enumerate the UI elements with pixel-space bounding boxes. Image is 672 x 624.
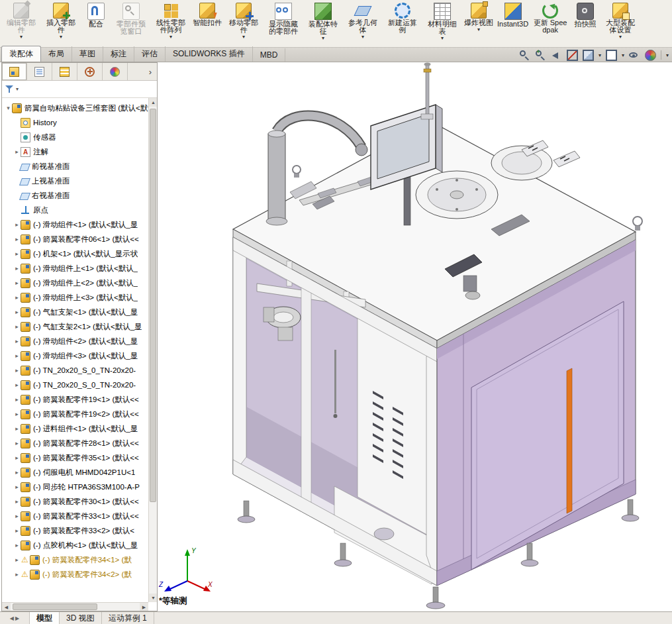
dropdown-caret-icon[interactable]: ▾ xyxy=(622,52,624,58)
toolbar-button-new-motion-study[interactable]: 新建运算例 xyxy=(383,1,422,34)
hud-more-caret-icon[interactable]: ▾ xyxy=(666,52,669,58)
tab-model[interactable]: 模型 xyxy=(30,612,60,624)
expand-arrow-icon[interactable]: ▸ xyxy=(13,367,21,374)
scrollbar-thumb[interactable] xyxy=(13,603,97,610)
tree-item[interactable]: ▸(-) 滑动组件上<3> (默认<默认_ xyxy=(2,290,148,305)
expand-arrow-icon[interactable]: ▸ xyxy=(13,250,21,257)
tree-item[interactable]: ▸⚠(-) 箭翼装配零件34<2> (默 xyxy=(2,567,148,582)
tree-item[interactable]: ▸(-) 气缸支架2<1> (默认<默认_显 xyxy=(2,319,148,334)
toolbar-button-take-snapshot[interactable]: 拍快照 xyxy=(570,1,600,28)
toolbar-button-linear-pattern[interactable]: 线性零部件阵列▾ xyxy=(151,1,191,40)
tree-item-root[interactable]: ▾箭翼自动粘贴设备三维套图 (默认<默认_显示状 xyxy=(2,101,148,115)
expand-arrow-icon[interactable]: ▸ xyxy=(13,513,21,519)
display-style-icon[interactable] xyxy=(606,50,617,61)
tree-item[interactable]: ▸(-) TN_20x20_S_0_TN-20x20- xyxy=(2,378,148,392)
tree-item[interactable]: ▸(-) 机架<1> (默认<默认_显示状 xyxy=(2,246,148,261)
expand-arrow-icon[interactable]: ▸ xyxy=(13,309,21,315)
expand-arrow-icon[interactable]: ▸ xyxy=(13,221,21,228)
tab-featuremanager-tree[interactable] xyxy=(2,63,27,80)
tree-item[interactable]: ▸(-) 箭翼装配零件33<2> (默认< xyxy=(2,523,148,538)
expand-arrow-icon[interactable]: ▸ xyxy=(13,280,21,286)
tree-item[interactable]: ▸(-) 伺服电机 MHMD042P1U<1 xyxy=(2,465,148,480)
toolbar-button-update-speedpak[interactable]: 更新 Speedpak xyxy=(530,1,570,34)
tree-item[interactable]: ▸(-) TN_20x20_S_0_TN-20x20- xyxy=(2,363,148,378)
tree-vertical-scrollbar[interactable]: ▲ ▼ xyxy=(148,98,157,602)
section-view-icon[interactable] xyxy=(567,50,578,61)
tree-item[interactable]: ▸(-) 滑动组件<2> (默认<默认_显 xyxy=(2,334,148,348)
previous-view-icon[interactable] xyxy=(551,50,562,61)
toolbar-button-edit-component[interactable]: 编辑零部件▾ xyxy=(1,1,41,40)
filter-funnel-icon[interactable] xyxy=(5,84,15,94)
tab-annotation[interactable]: 标注 xyxy=(103,46,134,62)
toolbar-button-instant3d[interactable]: Instant3D xyxy=(495,1,530,28)
tree-horizontal-scrollbar[interactable]: ◀ ▶ xyxy=(2,602,148,611)
toolbar-button-show-hidden-components[interactable]: 显示隐藏的零部件 xyxy=(264,1,303,35)
view-orientation-icon[interactable] xyxy=(583,50,594,61)
tab-displaymanager[interactable] xyxy=(103,63,128,80)
expand-arrow-icon[interactable]: ▸ xyxy=(13,148,21,155)
expand-arrow-icon[interactable]: ▸ xyxy=(13,411,21,417)
toolbar-button-insert-component[interactable]: 插入零部件▾ xyxy=(41,1,81,40)
scroll-down-arrow[interactable]: ▼ xyxy=(149,594,157,602)
tab-motion-study-1[interactable]: 运动算例 1 xyxy=(102,612,154,624)
tree-item[interactable]: ▸A注解 xyxy=(2,144,148,159)
tree-item[interactable]: ▸(-) 滑动组件<1> (默认<默认_显 xyxy=(2,217,148,232)
tab-sketch[interactable]: 草图 xyxy=(72,46,103,62)
zoom-to-fit-icon[interactable] xyxy=(519,50,530,61)
tree-item[interactable]: 前视基准面 xyxy=(2,159,148,174)
expand-arrow-icon[interactable]: ▸ xyxy=(13,484,21,490)
tree-item[interactable]: History xyxy=(2,115,148,130)
panel-collapse-arrow[interactable]: › xyxy=(144,63,157,80)
toolbar-button-large-assembly-settings[interactable]: 大型装配体设置▾ xyxy=(600,1,640,40)
tree-item[interactable]: ▸(-) 同步轮 HTPA36S3M100-A-P xyxy=(2,480,148,494)
tab-evaluate[interactable]: 评估 xyxy=(134,46,166,62)
toolbar-button-bill-of-materials[interactable]: 材料明细表▾ xyxy=(422,1,462,41)
tab-scroll-buttons[interactable]: ◀▶ xyxy=(0,612,30,624)
expand-arrow-icon[interactable]: ▸ xyxy=(13,294,21,301)
tree-item[interactable]: 传感器 xyxy=(2,130,148,144)
expand-arrow-icon[interactable]: ▸ xyxy=(13,323,21,330)
expand-arrow-icon[interactable]: ▸ xyxy=(13,556,21,563)
tree-item[interactable]: ▸(-) 箭翼装配零件33<1> (默认<< xyxy=(2,509,148,523)
tree-item[interactable]: ▸(-) 箭翼装配零件35<1> (默认<< xyxy=(2,450,148,465)
tab-mbd[interactable]: MBD xyxy=(253,48,286,62)
toolbar-button-smart-fasteners[interactable]: 智能扣件 xyxy=(191,1,224,26)
tab-assembly[interactable]: 装配体 xyxy=(1,46,41,62)
toolbar-button-assembly-features[interactable]: 装配体特征▾ xyxy=(303,1,343,41)
scrollbar-thumb[interactable] xyxy=(150,109,156,502)
tree-item[interactable]: 上视基准面 xyxy=(2,174,148,188)
expand-arrow-icon[interactable]: ▸ xyxy=(13,542,21,548)
tree-item[interactable]: ▸(-) 点胶机构<1> (默认<默认_显 xyxy=(2,538,148,552)
toolbar-button-mate[interactable]: 配合 xyxy=(81,1,111,28)
tab-dimxpertmanager[interactable] xyxy=(77,63,103,80)
toolbar-button-reference-geometry[interactable]: 参考几何体▾ xyxy=(343,1,383,40)
scroll-left-arrow[interactable]: ◀ xyxy=(2,603,11,611)
collapse-arrow-icon[interactable]: ▾ xyxy=(5,105,12,111)
tree-item[interactable]: ▸⚠(-) 箭翼装配零件34<1> (默 xyxy=(2,552,148,567)
tree-item[interactable]: ▸(-) 箭翼装配零件30<1> (默认<< xyxy=(2,494,148,509)
zoom-to-area-icon[interactable]: + xyxy=(535,50,546,61)
dropdown-caret-icon[interactable]: ▾ xyxy=(599,52,601,58)
expand-arrow-icon[interactable]: ▸ xyxy=(13,396,21,403)
expand-arrow-icon[interactable]: ▸ xyxy=(13,454,21,461)
tree-item[interactable]: 右视基准面 xyxy=(2,188,148,203)
tree-item[interactable]: ▸(-) 箭翼装配零件19<2> (默认<< xyxy=(2,407,148,421)
tree-item[interactable]: 原点 xyxy=(2,203,148,217)
expand-arrow-icon[interactable]: ▸ xyxy=(13,469,21,476)
scroll-right-arrow[interactable]: ▶ xyxy=(140,603,148,611)
tree-item[interactable]: ▸(-) 滑动组件<3> (默认<默认_显 xyxy=(2,348,148,363)
expand-arrow-icon[interactable]: ▸ xyxy=(13,382,21,388)
expand-arrow-icon[interactable]: ▸ xyxy=(13,265,21,272)
toolbar-button-component-preview[interactable]: 零部件预览窗口 xyxy=(111,1,151,35)
expand-arrow-icon[interactable]: ▸ xyxy=(13,440,21,446)
tab-3d-views[interactable]: 3D 视图 xyxy=(60,612,102,624)
toolbar-button-move-component[interactable]: 移动零部件▾ xyxy=(224,1,264,40)
expand-arrow-icon[interactable]: ▸ xyxy=(13,236,21,242)
tree-item[interactable]: ▸(-) 气缸支架<1> (默认<默认_显 xyxy=(2,305,148,319)
tree-item[interactable]: ▸(-) 进料组件<1> (默认<默认_显 xyxy=(2,421,148,436)
tab-propertymanager[interactable] xyxy=(27,63,52,80)
expand-arrow-icon[interactable]: ▸ xyxy=(13,498,21,505)
expand-arrow-icon[interactable]: ▸ xyxy=(13,425,21,432)
tree-item[interactable]: ▸(-) 箭翼装配零件06<1> (默认<< xyxy=(2,232,148,246)
expand-arrow-icon[interactable]: ▸ xyxy=(13,352,21,359)
